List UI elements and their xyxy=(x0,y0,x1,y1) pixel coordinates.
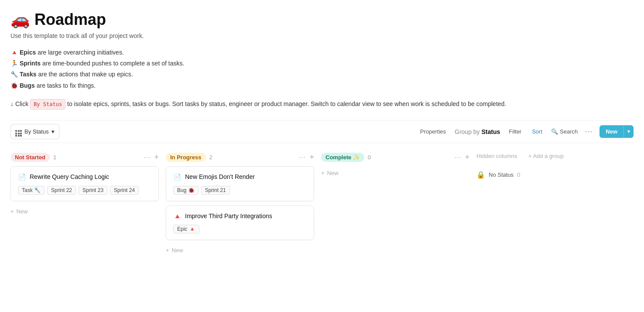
group-by-label: By Status xyxy=(24,128,49,135)
by-status-inline-badge: By Status xyxy=(30,99,65,110)
card-doc-icon-emojis: 📄 xyxy=(173,173,182,181)
add-group-button[interactable]: + Add a group xyxy=(528,153,564,159)
card-rewrite-query[interactable]: 📄 Rewrite Query Caching Logic Task 🔧 Spr… xyxy=(10,166,159,201)
plus-icon-complete: + xyxy=(321,170,325,176)
card-title-emojis: New Emojis Don't Render xyxy=(185,173,255,182)
card-title-rewrite-query: Rewrite Query Caching Logic xyxy=(30,173,109,182)
column-add-not-started[interactable]: + xyxy=(154,153,159,162)
column-more-not-started[interactable]: ··· xyxy=(144,154,151,161)
column-actions-not-started: ··· + xyxy=(144,153,159,162)
card-doc-icon: 📄 xyxy=(18,173,26,181)
tag-sprint-23: Sprint 23 xyxy=(79,186,107,195)
hidden-cols-header: Hidden columns + Add a group xyxy=(476,150,564,164)
card-title-third-party: Improve Third Party Integrations xyxy=(185,212,272,221)
no-status-section: 🔒 No Status 0 xyxy=(476,171,564,179)
column-header-in-progress: In Progress 2 ··· + xyxy=(166,150,314,166)
complete-new-row[interactable]: + New xyxy=(321,166,469,180)
tag-sprint-21: Sprint 21 xyxy=(201,186,230,195)
page-subtitle: Use this template to track all of your p… xyxy=(10,32,634,39)
board: Not Started 1 ··· + 📄 Rewrite Query Cach… xyxy=(10,150,634,265)
column-not-started: Not Started 1 ··· + 📄 Rewrite Query Cach… xyxy=(10,150,159,256)
new-button-label: New xyxy=(599,125,623,138)
plus-icon: + xyxy=(10,208,14,215)
no-status-row: 🔒 No Status 0 xyxy=(476,171,564,179)
hidden-cols-label: Hidden columns xyxy=(476,153,517,159)
sort-button[interactable]: Sort xyxy=(530,127,544,137)
tag-task: Task 🔧 xyxy=(18,186,45,195)
column-in-progress: In Progress 2 ··· + 📄 New Emojis Don't R… xyxy=(166,150,314,256)
new-button-chevron[interactable]: ▾ xyxy=(623,126,634,137)
toolbar-right: Properties Group by Status Filter Sort 🔍… xyxy=(418,125,634,138)
column-count-not-started: 1 xyxy=(53,154,56,161)
toolbar-left: By Status ▾ xyxy=(10,124,59,139)
more-options-button[interactable]: ··· xyxy=(585,127,593,136)
search-icon: 🔍 xyxy=(551,128,558,135)
card-tags-rewrite-query: Task 🔧 Sprint 22 Sprint 23 Sprint 24 xyxy=(18,186,151,195)
card-third-party[interactable]: 🔺 Improve Third Party Integrations Epic … xyxy=(166,206,314,240)
column-more-complete[interactable]: ··· xyxy=(454,154,461,161)
filter-button[interactable]: Filter xyxy=(507,127,523,137)
desc-sprints: 🏃 Sprints are time-bounded pushes to com… xyxy=(10,58,634,69)
column-add-in-progress[interactable]: + xyxy=(309,153,314,162)
page-header: 🚗 Roadmap Use this template to track all… xyxy=(10,10,634,110)
desc-epics: 🔺 Epics are large overarching initiative… xyxy=(10,47,634,58)
column-actions-in-progress: ··· + xyxy=(299,153,314,162)
desc-tasks: 🔧 Tasks are the actions that make up epi… xyxy=(10,69,634,80)
card-doc-icon-third-party: 🔺 xyxy=(173,213,182,220)
hidden-columns-section: Hidden columns + Add a group 🔒 No Status… xyxy=(476,150,564,256)
properties-button[interactable]: Properties xyxy=(418,127,448,137)
title-emoji: 🚗 xyxy=(10,10,30,29)
group-by-status-label: Group by Status xyxy=(455,128,500,135)
card-tags-third-party: Epic 🔺 xyxy=(173,225,307,233)
column-count-complete: 0 xyxy=(368,154,371,161)
toolbar: By Status ▾ Properties Group by Status F… xyxy=(10,120,634,143)
search-button[interactable]: 🔍 Search xyxy=(551,128,578,135)
column-header-not-started: Not Started 1 ··· + xyxy=(10,150,159,166)
tag-epic: Epic 🔺 xyxy=(173,225,199,233)
group-by-button[interactable]: By Status ▾ xyxy=(10,124,59,139)
instruction-paragraph: ↓ Click By Status to isolate epics, spri… xyxy=(10,99,634,110)
no-status-icon: 🔒 xyxy=(476,171,485,179)
page-title: Roadmap xyxy=(34,10,106,29)
card-emojis-render[interactable]: 📄 New Emojis Don't Render Bug 🐞 Sprint 2… xyxy=(166,166,314,201)
col-new-in-progress[interactable]: + New xyxy=(166,244,183,256)
tag-bug: Bug 🐞 xyxy=(173,186,199,195)
column-header-complete: Complete ✨ 0 ··· + xyxy=(321,150,469,166)
desc-bugs: 🐞 Bugs are tasks to fix things. xyxy=(10,80,634,91)
tag-sprint-24: Sprint 24 xyxy=(110,186,139,195)
column-add-complete[interactable]: + xyxy=(465,153,469,162)
column-more-in-progress[interactable]: ··· xyxy=(299,154,306,161)
column-label-in-progress: In Progress xyxy=(166,153,206,162)
grid-icon xyxy=(15,127,22,137)
col-new-not-started[interactable]: + New xyxy=(10,206,28,217)
column-label-not-started: Not Started xyxy=(10,153,50,162)
chevron-down-icon: ▾ xyxy=(51,128,55,135)
description-list: 🔺 Epics are large overarching initiative… xyxy=(10,47,634,91)
column-label-complete: Complete ✨ xyxy=(321,153,364,162)
new-button[interactable]: New ▾ xyxy=(599,125,634,138)
no-status-count: 0 xyxy=(517,171,520,178)
tag-sprint-22: Sprint 22 xyxy=(47,186,76,195)
column-count-in-progress: 2 xyxy=(209,154,212,161)
column-actions-complete: ··· + xyxy=(454,153,469,162)
plus-icon-in-progress: + xyxy=(166,247,169,254)
column-complete: Complete ✨ 0 ··· + + New xyxy=(321,150,469,256)
no-status-label: No Status xyxy=(489,171,514,178)
card-tags-emojis: Bug 🐞 Sprint 21 xyxy=(173,186,307,195)
